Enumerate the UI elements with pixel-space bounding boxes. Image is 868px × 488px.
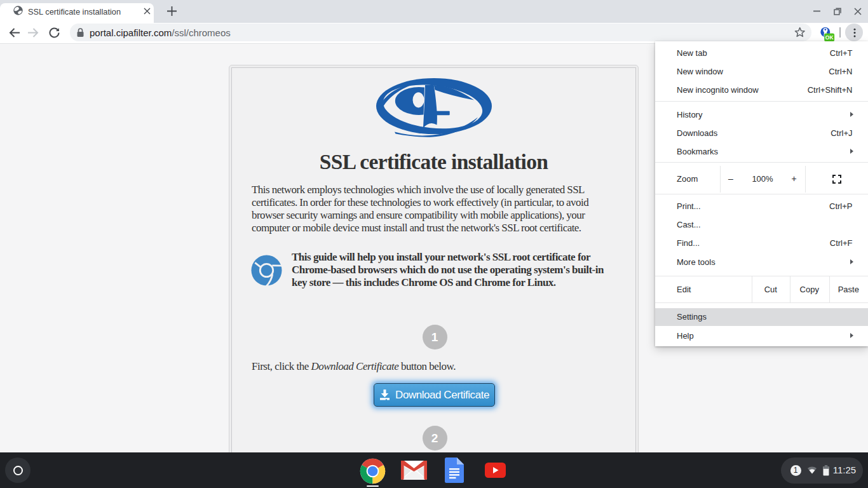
svg-text:OK: OK: [825, 34, 834, 41]
